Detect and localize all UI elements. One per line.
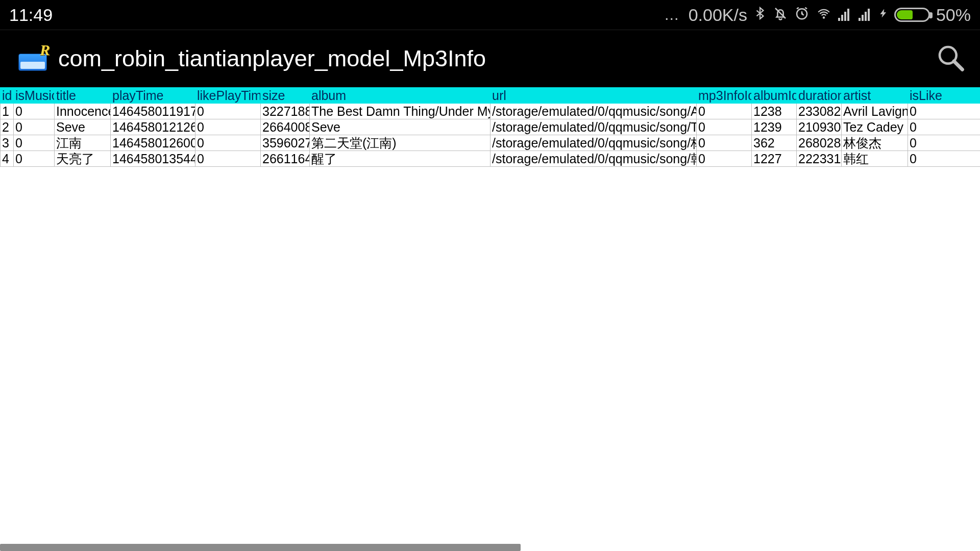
column-header-artist[interactable]: artist — [842, 88, 908, 104]
bluetooth-icon — [753, 5, 767, 25]
cell-url[interactable]: /storage/emulated/0/qqmusic/song/林俊 — [491, 135, 697, 151]
cell-likePlayTime[interactable]: 0 — [195, 119, 261, 135]
cell-isLike[interactable]: 0 — [908, 104, 981, 119]
signal-2-icon — [859, 9, 873, 21]
column-header-mp3InfoId[interactable]: mp3InfoId — [697, 88, 752, 104]
cell-playTime[interactable]: 1464580119178 — [111, 104, 195, 119]
column-header-albumId[interactable]: albumId — [752, 88, 797, 104]
cell-artist[interactable]: Avril Lavigne — [842, 104, 908, 119]
cell-playTime[interactable]: 1464580126008 — [111, 135, 195, 151]
cell-mp3InfoId[interactable]: 0 — [697, 119, 752, 135]
cell-isMusic[interactable]: 0 — [14, 135, 55, 151]
cell-playTime[interactable]: 1464580135443 — [111, 151, 195, 167]
cell-mp3InfoId[interactable]: 0 — [697, 104, 752, 119]
cell-albumId[interactable]: 1227 — [752, 151, 797, 167]
status-time: 11:49 — [9, 5, 53, 25]
cell-isLike[interactable]: 0 — [908, 135, 981, 151]
bell-off-icon — [773, 5, 788, 25]
cell-artist[interactable]: 林俊杰 — [842, 135, 908, 151]
signal-1-icon — [838, 9, 852, 21]
cell-isLike[interactable]: 0 — [908, 119, 981, 135]
cell-duration[interactable]: 233082 — [797, 104, 842, 119]
cell-duration[interactable]: 222331 — [797, 151, 842, 167]
search-button[interactable] — [936, 43, 965, 74]
cell-isMusic[interactable]: 0 — [14, 104, 55, 119]
column-header-url[interactable]: url — [491, 88, 697, 104]
cell-id[interactable]: 3 — [1, 135, 14, 151]
cell-size[interactable]: 2664008 — [261, 119, 310, 135]
column-header-title[interactable]: title — [55, 88, 111, 104]
cell-title[interactable]: 江南 — [55, 135, 111, 151]
cell-album[interactable]: Seve — [310, 119, 491, 135]
cell-id[interactable]: 2 — [1, 119, 14, 135]
cell-url[interactable]: /storage/emulated/0/qqmusic/song/韩红 — [491, 151, 697, 167]
cell-id[interactable]: 1 — [1, 104, 14, 119]
cell-size[interactable]: 3227188 — [261, 104, 310, 119]
cell-duration[interactable]: 268028 — [797, 135, 842, 151]
table-row[interactable]: 40天亮了146458013544302661164醒了/storage/emu… — [1, 151, 981, 167]
cell-albumId[interactable]: 1238 — [752, 104, 797, 119]
cell-mp3InfoId[interactable]: 0 — [697, 135, 752, 151]
cell-albumId[interactable]: 1239 — [752, 119, 797, 135]
cell-url[interactable]: /storage/emulated/0/qqmusic/song/Tez — [491, 119, 697, 135]
status-battery-percent: 50% — [936, 5, 971, 25]
table-row[interactable]: 10Innocence146458011917803227188The Best… — [1, 104, 981, 119]
svg-line-3 — [954, 61, 962, 69]
column-header-size[interactable]: size — [261, 88, 310, 104]
horizontal-scrollbar[interactable] — [0, 544, 521, 551]
column-header-likePlayTime[interactable]: likePlayTime — [195, 88, 261, 104]
cell-mp3InfoId[interactable]: 0 — [697, 151, 752, 167]
cell-likePlayTime[interactable]: 0 — [195, 135, 261, 151]
column-header-isLike[interactable]: isLike — [908, 88, 981, 104]
column-header-duration[interactable]: duration — [797, 88, 842, 104]
alarm-icon — [794, 5, 810, 25]
cell-title[interactable]: 天亮了 — [55, 151, 111, 167]
svg-point-1 — [823, 16, 824, 18]
page-title: com_robin_tiantianplayer_model_Mp3Info — [58, 45, 486, 72]
cell-album[interactable]: The Best Damn Thing/Under My Skin — [310, 104, 491, 119]
cell-likePlayTime[interactable]: 0 — [195, 104, 261, 119]
status-netspeed: 0.00K/s — [689, 5, 747, 25]
column-header-isMusic[interactable]: isMusic — [14, 88, 55, 104]
column-header-album[interactable]: album — [310, 88, 491, 104]
table-row[interactable]: 30江南146458012600803596027第二天堂(江南)/storag… — [1, 135, 981, 151]
cell-title[interactable]: Innocence — [55, 104, 111, 119]
status-bar: 11:49 … 0.00K/s 50% — [0, 0, 980, 30]
table-row[interactable]: 20Seve146458012126702664008Seve/storage/… — [1, 119, 981, 135]
app-bar: R com_robin_tiantianplayer_model_Mp3Info — [0, 30, 980, 87]
more-dots-icon: … — [664, 6, 680, 23]
charging-icon — [879, 5, 888, 25]
cell-playTime[interactable]: 1464580121267 — [111, 119, 195, 135]
app-icon[interactable]: R — [18, 46, 47, 71]
cell-url[interactable]: /storage/emulated/0/qqmusic/song/Avri — [491, 104, 697, 119]
cell-size[interactable]: 3596027 — [261, 135, 310, 151]
cell-albumId[interactable]: 362 — [752, 135, 797, 151]
cell-likePlayTime[interactable]: 0 — [195, 151, 261, 167]
cell-id[interactable]: 4 — [1, 151, 14, 167]
cell-album[interactable]: 醒了 — [310, 151, 491, 167]
cell-artist[interactable]: 韩红 — [842, 151, 908, 167]
battery-icon — [894, 8, 930, 22]
table-header-row[interactable]: idisMusictitleplayTimelikePlayTimesizeal… — [1, 88, 981, 104]
cell-title[interactable]: Seve — [55, 119, 111, 135]
cell-isMusic[interactable]: 0 — [14, 151, 55, 167]
cell-album[interactable]: 第二天堂(江南) — [310, 135, 491, 151]
column-header-playTime[interactable]: playTime — [111, 88, 195, 104]
data-table[interactable]: idisMusictitleplayTimelikePlayTimesizeal… — [0, 87, 980, 167]
cell-size[interactable]: 2661164 — [261, 151, 310, 167]
cell-isLike[interactable]: 0 — [908, 151, 981, 167]
wifi-icon — [816, 5, 832, 25]
cell-artist[interactable]: Tez Cadey — [842, 119, 908, 135]
cell-duration[interactable]: 210930 — [797, 119, 842, 135]
column-header-id[interactable]: id — [1, 88, 14, 104]
cell-isMusic[interactable]: 0 — [14, 119, 55, 135]
